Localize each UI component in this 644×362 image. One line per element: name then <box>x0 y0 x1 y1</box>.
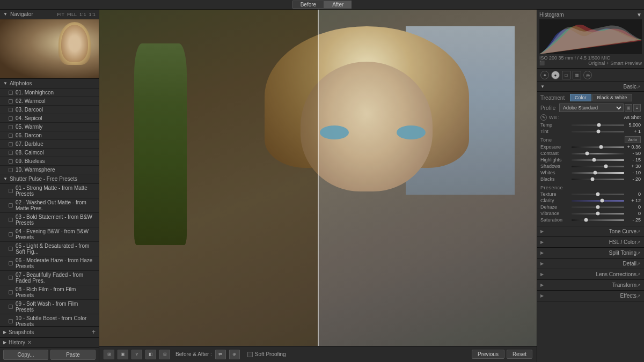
soft-proofing-checkbox[interactable] <box>247 352 253 357</box>
red-eye-tool[interactable]: □ <box>562 71 570 79</box>
preset-item[interactable]: 08. Calmcol <box>0 149 99 157</box>
effects-header[interactable]: ▶ Effects ↗ <box>537 291 644 301</box>
temp-thumb[interactable] <box>597 123 601 127</box>
reset-button[interactable]: Reset <box>507 350 532 359</box>
tint-slider[interactable] <box>572 131 624 132</box>
ratio1-label[interactable]: 1:1 <box>79 12 86 17</box>
highlights-thumb[interactable] <box>592 158 596 162</box>
loupe-view-button[interactable]: ▣ <box>118 350 128 359</box>
hsl-header[interactable]: ▶ HSL / Color ↗ <box>537 237 644 248</box>
fit-label[interactable]: FIT <box>57 12 64 17</box>
shadows-thumb[interactable] <box>604 165 608 168</box>
snapshots-header[interactable]: ▶ Snapshots + <box>0 327 99 337</box>
history-header[interactable]: ▶ History ✕ <box>0 338 99 347</box>
dehaze-thumb[interactable] <box>596 205 600 209</box>
vibrance-thumb[interactable] <box>596 212 600 216</box>
crop-tool[interactable]: ✦ <box>540 71 549 79</box>
graduated-filter-tool[interactable]: ▥ <box>573 71 581 79</box>
preset-icon <box>9 290 13 294</box>
dehaze-row: Dehaze 0 <box>540 204 641 210</box>
profile-select[interactable]: Adobe Standard <box>559 104 624 112</box>
temp-slider[interactable] <box>572 124 624 126</box>
radial-filter-tool[interactable]: ◎ <box>583 71 592 79</box>
whites-thumb[interactable] <box>594 171 597 175</box>
clarity-thumb[interactable] <box>600 199 604 203</box>
exposure-thumb[interactable] <box>599 145 603 149</box>
preset-item[interactable]: 05. Warmly <box>0 123 99 131</box>
detail-header[interactable]: ▶ Detail ↗ <box>537 258 644 269</box>
preset-item[interactable]: 10. Warmsphere <box>0 166 99 174</box>
swap-button[interactable]: ⇄ <box>215 350 226 359</box>
spot-heal-tool[interactable]: ● <box>551 71 560 79</box>
snapshots-add-button[interactable]: + <box>92 328 96 336</box>
preset-item[interactable]: 03. Darcool <box>0 106 99 114</box>
copy-button[interactable]: Copy... <box>3 350 48 360</box>
preset-item[interactable]: 07 - Beautifully Faded - from Faded Pres… <box>0 271 99 285</box>
vibrance-slider[interactable] <box>572 213 624 215</box>
split-toning-header[interactable]: ▶ Split Toning ↗ <box>537 248 644 258</box>
preset-item[interactable]: 08 - Rich Film - from Film Presets <box>0 285 99 300</box>
wb-eyedropper-icon[interactable]: ✎ <box>540 114 547 121</box>
preset-item[interactable]: 02. Warmcol <box>0 97 99 106</box>
survey-button[interactable]: ⊟ <box>159 350 170 359</box>
navigator-thumbnail[interactable] <box>0 19 99 78</box>
preset-item[interactable]: 04 - Evening B&W - from B&W Presets <box>0 227 99 242</box>
exposure-slider[interactable] <box>572 146 624 148</box>
transform-header[interactable]: ▶ Transform ↗ <box>537 280 644 291</box>
contrast-thumb[interactable] <box>586 152 589 156</box>
lens-corrections-header[interactable]: ▶ Lens Corrections ↗ <box>537 269 644 280</box>
saturation-thumb[interactable] <box>584 218 588 222</box>
blacks-slider[interactable] <box>572 179 624 180</box>
preset-item[interactable]: 07. Darblue <box>0 140 99 149</box>
ratio2-label[interactable]: 1:1 <box>89 12 96 17</box>
compare-button[interactable]: ◧ <box>145 350 156 359</box>
preset-item[interactable]: 03 - Bold Statement - from B&W Presets <box>0 213 99 227</box>
profile-grid-button[interactable]: ⊞ <box>625 104 632 112</box>
preset-item[interactable]: 10 - Subtle Boost - from Color Presets <box>0 314 99 326</box>
tone-curve-header[interactable]: ▶ Tone Curve ↗ <box>537 226 644 237</box>
after-button[interactable]: After <box>324 1 352 9</box>
whites-slider[interactable] <box>572 172 624 174</box>
navigator-header[interactable]: ▼ Navigator FIT FILL 1:1 1:1 <box>0 10 99 19</box>
preset-item[interactable]: 02 - Washed Out Matte - from Matte Pres. <box>0 198 99 213</box>
previous-button[interactable]: Previous <box>472 350 504 359</box>
preset-item[interactable]: 09 - Soft Wash - from Film Presets <box>0 300 99 314</box>
grid-view-button[interactable]: ⊞ <box>104 350 114 359</box>
hsl-arrow: ▶ <box>540 240 544 245</box>
shadows-slider[interactable] <box>572 166 624 167</box>
contrast-slider[interactable] <box>572 153 624 154</box>
saturation-slider[interactable] <box>572 219 624 221</box>
preset-group-shutterpulse[interactable]: ▼ Shutter Pulse - Free Presets <box>0 174 99 184</box>
preset-group-altphotos[interactable]: ▼ Altphotos <box>0 79 99 88</box>
texture-slider[interactable] <box>572 194 624 195</box>
copy-settings-button[interactable]: ⊕ <box>229 350 240 359</box>
auto-button[interactable]: Auto <box>625 136 641 143</box>
preset-item[interactable]: 04. Sepicol <box>0 114 99 123</box>
paste-button[interactable]: Paste <box>50 350 96 360</box>
preset-item[interactable]: 06. Darcon <box>0 131 99 140</box>
preset-item[interactable]: 06 - Moderate Haze - from Haze Presets <box>0 256 99 271</box>
image-viewport[interactable] <box>99 10 537 346</box>
texture-thumb[interactable] <box>596 193 600 196</box>
preset-item[interactable]: 09. Blueless <box>0 157 99 166</box>
fill-label[interactable]: FILL <box>67 12 77 17</box>
wb-label: WB : <box>549 115 617 120</box>
blacks-thumb[interactable] <box>591 178 595 181</box>
history-close-button[interactable]: ✕ <box>27 339 32 345</box>
clarity-slider[interactable] <box>572 200 624 202</box>
preset-item[interactable]: 05 - Light & Desaturated - from Soft Fig… <box>0 242 99 256</box>
bw-button[interactable]: Black & White <box>592 94 632 101</box>
highlights-value: - 15 <box>626 157 641 162</box>
profile-list-button[interactable]: ≡ <box>633 104 641 112</box>
dehaze-value: 0 <box>626 204 641 210</box>
preset-item[interactable]: 01 - Strong Matte - from Matte Presets <box>0 184 99 198</box>
dehaze-slider[interactable] <box>572 206 624 208</box>
before-button[interactable]: Before <box>292 1 324 9</box>
preset-icon <box>9 261 13 265</box>
basic-section-header[interactable]: ▼ Basic ↗ <box>537 82 644 92</box>
color-button[interactable]: Color <box>570 94 591 101</box>
before-after-split-button[interactable]: Y <box>131 350 142 359</box>
preset-item[interactable]: 01. Monhighcon <box>0 88 99 97</box>
highlights-slider[interactable] <box>572 159 624 161</box>
tint-thumb[interactable] <box>596 130 600 134</box>
